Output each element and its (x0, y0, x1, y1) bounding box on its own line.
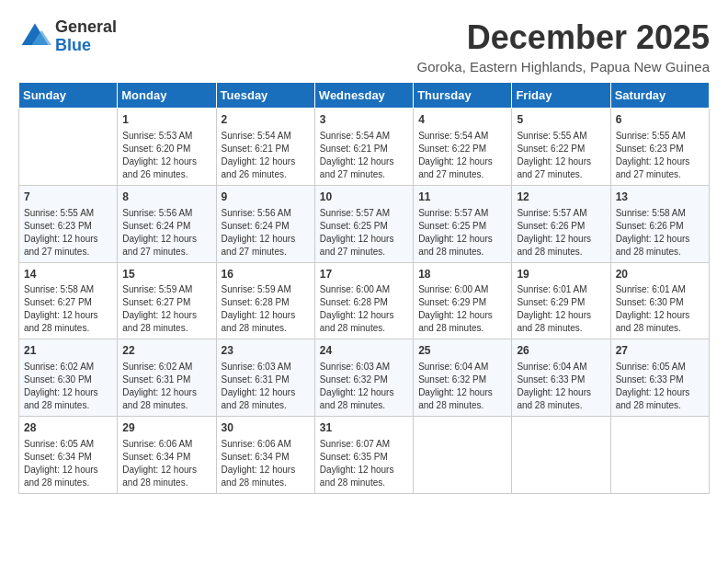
logo: General Blue (18, 18, 117, 55)
day-number: 1 (122, 112, 210, 128)
calendar-cell: 7Sunrise: 5:55 AMSunset: 6:23 PMDaylight… (19, 185, 118, 262)
weekday-header-friday: Friday (512, 83, 610, 109)
day-info: Sunrise: 6:03 AMSunset: 6:31 PMDaylight:… (222, 361, 310, 412)
weekday-header-sunday: Sunday (19, 83, 118, 109)
calendar-cell: 26Sunrise: 6:04 AMSunset: 6:33 PMDayligh… (512, 339, 610, 417)
calendar-cell: 29Sunrise: 6:06 AMSunset: 6:34 PMDayligh… (118, 417, 216, 494)
day-number: 15 (122, 267, 210, 282)
day-info: Sunrise: 5:55 AMSunset: 6:22 PMDaylight:… (517, 130, 605, 181)
day-number: 6 (616, 112, 704, 128)
weekday-header-wednesday: Wednesday (314, 83, 413, 109)
day-info: Sunrise: 5:58 AMSunset: 6:27 PMDaylight:… (24, 283, 112, 335)
day-info: Sunrise: 5:56 AMSunset: 6:24 PMDaylight:… (222, 207, 310, 259)
weekday-header-tuesday: Tuesday (216, 83, 314, 109)
calendar-cell: 30Sunrise: 6:06 AMSunset: 6:34 PMDayligh… (216, 417, 314, 494)
day-info: Sunrise: 5:54 AMSunset: 6:22 PMDaylight:… (418, 130, 506, 181)
day-number: 28 (24, 420, 112, 436)
day-info: Sunrise: 6:07 AMSunset: 6:35 PMDaylight:… (320, 438, 408, 489)
calendar-cell: 1Sunrise: 5:53 AMSunset: 6:20 PMDaylight… (118, 109, 216, 186)
day-number: 26 (517, 343, 605, 359)
calendar-cell: 14Sunrise: 5:58 AMSunset: 6:27 PMDayligh… (19, 262, 118, 339)
day-number: 11 (418, 190, 506, 205)
day-info: Sunrise: 5:59 AMSunset: 6:28 PMDaylight:… (222, 283, 310, 335)
calendar-cell: 28Sunrise: 6:05 AMSunset: 6:34 PMDayligh… (19, 417, 118, 494)
day-info: Sunrise: 5:58 AMSunset: 6:26 PMDaylight:… (616, 207, 704, 259)
day-info: Sunrise: 6:00 AMSunset: 6:28 PMDaylight:… (320, 283, 408, 335)
day-info: Sunrise: 5:57 AMSunset: 6:25 PMDaylight:… (418, 207, 506, 259)
day-number: 31 (320, 420, 408, 436)
day-number: 29 (122, 420, 210, 436)
calendar-cell (19, 109, 118, 186)
day-info: Sunrise: 6:01 AMSunset: 6:29 PMDaylight:… (517, 283, 605, 335)
calendar-cell: 27Sunrise: 6:05 AMSunset: 6:33 PMDayligh… (610, 339, 709, 417)
day-info: Sunrise: 5:54 AMSunset: 6:21 PMDaylight:… (222, 130, 310, 181)
calendar-cell: 16Sunrise: 5:59 AMSunset: 6:28 PMDayligh… (216, 262, 314, 339)
calendar-cell: 17Sunrise: 6:00 AMSunset: 6:28 PMDayligh… (314, 262, 413, 339)
calendar-cell: 8Sunrise: 5:56 AMSunset: 6:24 PMDaylight… (118, 185, 216, 262)
calendar-cell: 11Sunrise: 5:57 AMSunset: 6:25 PMDayligh… (414, 185, 512, 262)
day-info: Sunrise: 6:03 AMSunset: 6:32 PMDaylight:… (320, 361, 408, 412)
calendar-cell: 24Sunrise: 6:03 AMSunset: 6:32 PMDayligh… (314, 339, 413, 417)
day-number: 12 (517, 190, 605, 205)
weekday-header-thursday: Thursday (414, 83, 512, 109)
day-number: 13 (616, 190, 704, 205)
day-number: 10 (320, 190, 408, 205)
day-info: Sunrise: 5:57 AMSunset: 6:25 PMDaylight:… (320, 207, 408, 259)
weekday-header-monday: Monday (118, 83, 216, 109)
day-info: Sunrise: 6:04 AMSunset: 6:32 PMDaylight:… (418, 361, 506, 412)
calendar-cell: 21Sunrise: 6:02 AMSunset: 6:30 PMDayligh… (19, 339, 118, 417)
calendar-cell (610, 417, 709, 494)
calendar-cell: 22Sunrise: 6:02 AMSunset: 6:31 PMDayligh… (118, 339, 216, 417)
day-info: Sunrise: 6:02 AMSunset: 6:31 PMDaylight:… (122, 361, 210, 412)
day-info: Sunrise: 6:04 AMSunset: 6:33 PMDaylight:… (517, 361, 605, 412)
day-number: 18 (418, 267, 506, 282)
day-number: 22 (122, 343, 210, 359)
main-title: December 2025 (416, 18, 710, 57)
calendar-cell: 13Sunrise: 5:58 AMSunset: 6:26 PMDayligh… (610, 185, 709, 262)
calendar-cell: 12Sunrise: 5:57 AMSunset: 6:26 PMDayligh… (512, 185, 610, 262)
day-info: Sunrise: 6:01 AMSunset: 6:30 PMDaylight:… (616, 283, 704, 335)
calendar-cell: 3Sunrise: 5:54 AMSunset: 6:21 PMDaylight… (314, 109, 413, 186)
day-number: 24 (320, 343, 408, 359)
calendar-cell: 4Sunrise: 5:54 AMSunset: 6:22 PMDaylight… (414, 109, 512, 186)
calendar-cell: 6Sunrise: 5:55 AMSunset: 6:23 PMDaylight… (610, 109, 709, 186)
day-number: 2 (222, 112, 310, 128)
subtitle: Goroka, Eastern Highlands, Papua New Gui… (416, 59, 710, 75)
day-number: 5 (517, 112, 605, 128)
day-number: 20 (616, 267, 704, 282)
day-info: Sunrise: 6:05 AMSunset: 6:34 PMDaylight:… (24, 438, 112, 489)
calendar-cell: 9Sunrise: 5:56 AMSunset: 6:24 PMDaylight… (216, 185, 314, 262)
day-number: 27 (616, 343, 704, 359)
logo-icon (18, 20, 51, 53)
day-number: 14 (24, 267, 112, 282)
day-info: Sunrise: 5:59 AMSunset: 6:27 PMDaylight:… (122, 283, 210, 335)
calendar-cell: 15Sunrise: 5:59 AMSunset: 6:27 PMDayligh… (118, 262, 216, 339)
page-header: General Blue December 2025 Goroka, Easte… (18, 18, 710, 75)
day-info: Sunrise: 6:00 AMSunset: 6:29 PMDaylight:… (418, 283, 506, 335)
day-number: 30 (222, 420, 310, 436)
day-info: Sunrise: 6:05 AMSunset: 6:33 PMDaylight:… (616, 361, 704, 412)
day-number: 7 (24, 190, 112, 205)
calendar-cell: 25Sunrise: 6:04 AMSunset: 6:32 PMDayligh… (414, 339, 512, 417)
day-number: 23 (222, 343, 310, 359)
calendar-cell: 10Sunrise: 5:57 AMSunset: 6:25 PMDayligh… (314, 185, 413, 262)
day-number: 17 (320, 267, 408, 282)
calendar-cell: 20Sunrise: 6:01 AMSunset: 6:30 PMDayligh… (610, 262, 709, 339)
day-info: Sunrise: 5:54 AMSunset: 6:21 PMDaylight:… (320, 130, 408, 181)
weekday-header-saturday: Saturday (610, 83, 709, 109)
calendar-cell (512, 417, 610, 494)
day-number: 4 (418, 112, 506, 128)
day-number: 25 (418, 343, 506, 359)
day-info: Sunrise: 5:56 AMSunset: 6:24 PMDaylight:… (122, 207, 210, 259)
day-info: Sunrise: 6:02 AMSunset: 6:30 PMDaylight:… (24, 361, 112, 412)
day-info: Sunrise: 5:55 AMSunset: 6:23 PMDaylight:… (24, 207, 112, 259)
calendar-cell: 19Sunrise: 6:01 AMSunset: 6:29 PMDayligh… (512, 262, 610, 339)
calendar: SundayMondayTuesdayWednesdayThursdayFrid… (18, 82, 710, 494)
day-number: 19 (517, 267, 605, 282)
calendar-cell: 18Sunrise: 6:00 AMSunset: 6:29 PMDayligh… (414, 262, 512, 339)
day-number: 8 (122, 190, 210, 205)
day-number: 21 (24, 343, 112, 359)
day-info: Sunrise: 5:57 AMSunset: 6:26 PMDaylight:… (517, 207, 605, 259)
calendar-cell: 2Sunrise: 5:54 AMSunset: 6:21 PMDaylight… (216, 109, 314, 186)
calendar-cell (414, 417, 512, 494)
